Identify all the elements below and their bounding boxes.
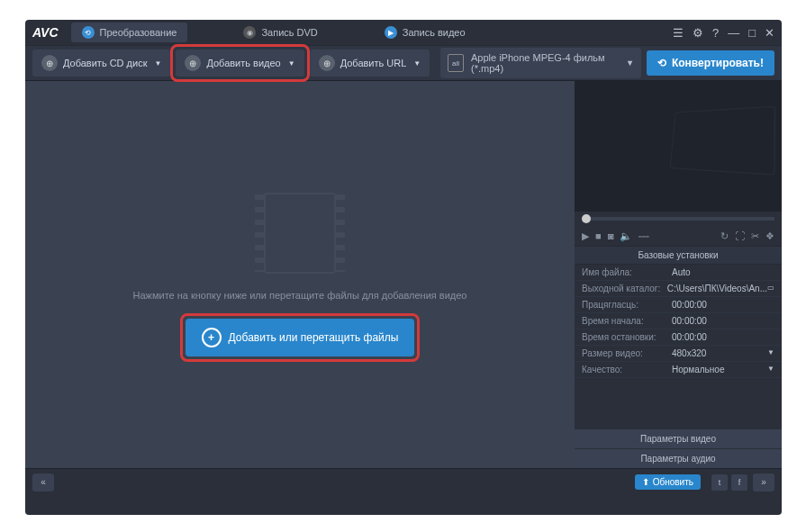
cd-plus-icon: ⊕ (41, 55, 58, 71)
tab-record[interactable]: ▶ Запись видео (374, 23, 476, 42)
value[interactable]: 00:00:00 (672, 332, 774, 342)
prop-filename: Имя файла:Auto (575, 265, 782, 281)
main-drop-area[interactable]: Нажмите на кнопку ниже или перетащите фа… (25, 81, 575, 468)
basic-settings-header: Базовые установки (575, 246, 782, 265)
format-label: Apple iPhone MPEG-4 фильм (*.mp4) (471, 52, 619, 74)
body: Нажмите на кнопку ниже или перетащите фа… (25, 81, 782, 468)
video-params-button[interactable]: Параметры видео (575, 429, 782, 448)
chevron-down-icon: ▼ (626, 59, 634, 68)
audio-params-button[interactable]: Параметры аудио (575, 449, 782, 468)
refresh-icon: ⟲ (82, 26, 95, 39)
maximize-icon[interactable]: □ (748, 26, 756, 40)
label: Имя файла: (582, 267, 672, 277)
add-video-button[interactable]: ⊕ Добавить видео ▼ (176, 50, 303, 77)
button-label: Добавить видео (206, 58, 280, 68)
volume-icon[interactable]: 🔈 (620, 230, 632, 242)
chevron-down-icon: ▼ (767, 365, 774, 374)
add-cd-button[interactable]: ⊕ Добавить CD диск ▼ (32, 50, 170, 77)
label: Время начала: (582, 316, 672, 326)
label: Працягласць: (582, 300, 672, 310)
close-icon[interactable]: ✕ (765, 26, 774, 40)
film-plus-icon: ⊕ (185, 55, 201, 71)
prop-size[interactable]: Размер видео:480x320▼ (575, 346, 782, 362)
fullscreen-icon[interactable]: ⛶ (735, 230, 745, 241)
label: Время остановки: (582, 332, 672, 342)
format-all-icon: all (448, 54, 464, 72)
minimize-icon[interactable]: — (728, 26, 739, 40)
gear-icon[interactable]: ⚙ (693, 26, 703, 40)
prop-start: Время начала:00:00:00 (575, 313, 782, 329)
value[interactable]: Auto (672, 267, 774, 277)
chevron-down-icon: ▼ (288, 59, 295, 68)
link-plus-icon: ⊕ (319, 55, 335, 71)
browse-icon[interactable]: ▭ (767, 284, 774, 293)
label: Качество: (582, 365, 672, 374)
prop-stop: Время остановки:00:00:00 (575, 329, 782, 346)
play-icon[interactable]: ▶ (582, 230, 589, 242)
volume-slider[interactable]: ━━━ (638, 233, 649, 239)
add-files-button[interactable]: + Добавить или перетащить файлы (186, 319, 415, 356)
output-format-selector[interactable]: all Apple iPhone MPEG-4 фильм (*.mp4) ▼ (440, 48, 641, 78)
prop-outdir: Выходной каталог:C:\Users\ПК\Videos\An..… (575, 281, 782, 297)
add-url-button[interactable]: ⊕ Добавить URL ▼ (310, 50, 430, 77)
menu-icon[interactable]: ☰ (673, 26, 684, 40)
collapse-left-button[interactable]: « (32, 473, 54, 491)
rotate-icon[interactable]: ↻ (720, 230, 729, 242)
convert-icon: ⟲ (657, 57, 666, 69)
window-buttons: ☰ ⚙ ? — □ ✕ (673, 26, 774, 40)
tab-label: Запись видео (403, 27, 466, 38)
value[interactable]: 00:00:00 (672, 316, 774, 326)
prop-quality[interactable]: Качество:Нормальное▼ (575, 362, 782, 378)
snapshot-icon[interactable]: ◙ (608, 230, 614, 241)
facebook-icon[interactable]: f (731, 474, 747, 491)
tab-convert[interactable]: ⟲ Преобразование (71, 23, 188, 42)
toolbar: ⊕ Добавить CD диск ▼ ⊕ Добавить видео ▼ … (25, 45, 782, 81)
chevron-down-icon: ▼ (413, 59, 421, 68)
drop-hint-text: Нажмите на кнопку ниже или перетащите фа… (133, 290, 467, 301)
filmroll-icon (670, 106, 776, 176)
label: Выходной каталог: (582, 284, 667, 293)
label: Размер видео: (582, 348, 672, 358)
update-button[interactable]: ⬆ Обновить (635, 474, 701, 490)
side-panel: ▶ ■ ◙ 🔈 ━━━ ↻ ⛶ ✂ ❖ Базовые установки Им… (575, 81, 782, 468)
button-label: Конвертировать! (672, 57, 764, 69)
disc-icon: ◉ (243, 26, 256, 39)
button-label: Добавить CD диск (63, 58, 148, 68)
play-icon: ▶ (385, 26, 397, 39)
tab-dvd[interactable]: ◉ Запись DVD (232, 23, 328, 42)
convert-button[interactable]: ⟲ Конвертировать! (647, 50, 774, 76)
value: 480x320 (672, 348, 767, 358)
settings-icon[interactable]: ❖ (765, 230, 774, 242)
film-placeholder-icon (264, 193, 336, 274)
tab-label: Запись DVD (261, 27, 317, 38)
player-controls: ▶ ■ ◙ 🔈 ━━━ ↻ ⛶ ✂ ❖ (575, 226, 782, 246)
value: 00:00:00 (672, 300, 774, 310)
tab-label: Преобразование (100, 27, 177, 38)
social-buttons: t f (711, 474, 747, 491)
button-label: Добавить URL (340, 58, 407, 68)
chevron-down-icon: ▼ (155, 59, 162, 68)
app-window: AVC ⟲ Преобразование ◉ Запись DVD ▶ Запи… (25, 20, 782, 515)
chevron-down-icon: ▼ (767, 348, 774, 358)
app-logo: AVC (32, 25, 59, 40)
help-icon[interactable]: ? (712, 26, 719, 40)
bottom-bar: « ⬆ Обновить t f » (25, 468, 782, 495)
collapse-right-button[interactable]: » (753, 473, 774, 491)
button-label: Обновить (653, 477, 693, 487)
seek-slider[interactable] (582, 217, 774, 221)
cut-icon[interactable]: ✂ (751, 230, 759, 242)
value: Нормальное (672, 365, 767, 374)
button-label: Добавить или перетащить файлы (229, 331, 399, 344)
value[interactable]: C:\Users\ПК\Videos\An... (667, 284, 767, 293)
plus-circle-icon: + (202, 328, 222, 347)
titlebar: AVC ⟲ Преобразование ◉ Запись DVD ▶ Запи… (25, 20, 782, 45)
prop-duration: Працягласць:00:00:00 (575, 297, 782, 313)
up-arrow-icon: ⬆ (642, 477, 649, 487)
twitter-icon[interactable]: t (711, 474, 728, 491)
stop-icon[interactable]: ■ (595, 230, 602, 241)
preview-area (575, 81, 782, 212)
